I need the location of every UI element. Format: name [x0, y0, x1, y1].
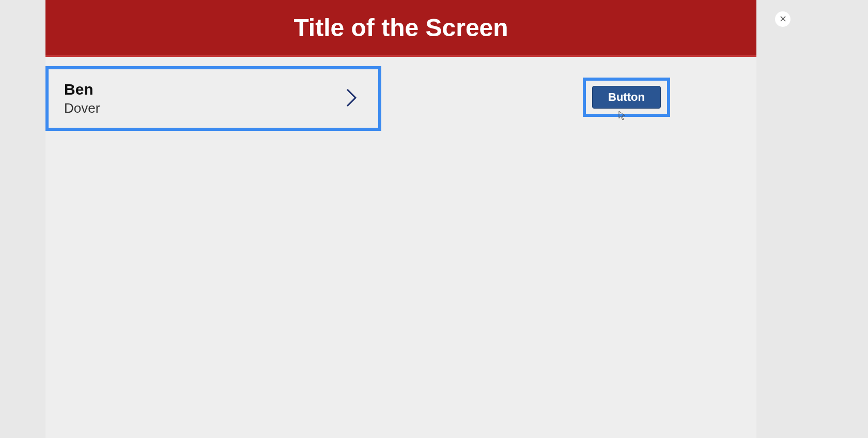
chevron-right-icon: [345, 87, 358, 110]
primary-button[interactable]: Button: [592, 86, 661, 109]
list-item-subtitle: Dover: [64, 100, 100, 116]
list-item[interactable]: Ben Dover: [45, 66, 381, 131]
list-item-text: Ben Dover: [64, 81, 100, 116]
screen-header: Title of the Screen: [45, 0, 756, 57]
content-area: Ben Dover Button: [45, 57, 756, 131]
close-button[interactable]: ✕: [775, 11, 791, 27]
close-icon: ✕: [779, 14, 787, 24]
screen-container: Title of the Screen Ben Dover Button: [45, 0, 756, 438]
screen-title: Title of the Screen: [293, 13, 508, 42]
button-highlight: Button: [583, 78, 670, 117]
list-item-title: Ben: [64, 81, 100, 98]
